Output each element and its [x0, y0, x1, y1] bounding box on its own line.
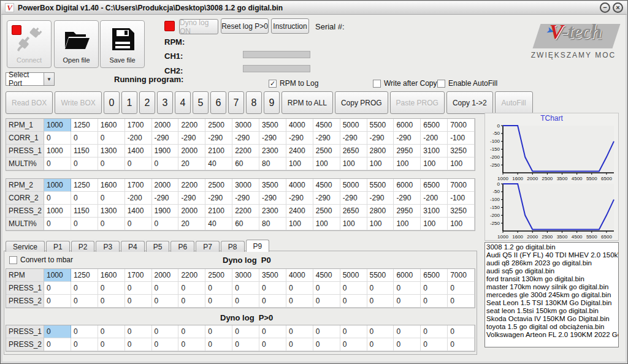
table-cell[interactable]: 0 — [44, 325, 71, 338]
file-list-item[interactable]: Volkswagen Arteon FL 2.0 190KM 2022 Go D… — [486, 331, 617, 339]
table-cell[interactable]: 0 — [152, 338, 179, 351]
table-cell[interactable]: 100 — [313, 218, 340, 230]
table-cell[interactable]: 0 — [125, 338, 152, 351]
table-cell[interactable]: 4000 — [286, 119, 313, 132]
file-list-item[interactable]: audi sq5 go digital.bin — [486, 267, 617, 275]
table-cell[interactable]: 4000 — [286, 269, 313, 282]
minimize-button[interactable]: − — [600, 2, 610, 13]
table-cell[interactable]: 0 — [125, 218, 152, 230]
table-cell[interactable]: 1300 — [98, 205, 125, 218]
table-cell[interactable]: 100 — [286, 218, 313, 230]
instruction-button[interactable]: Instruction — [271, 18, 309, 34]
table-cell[interactable]: 0 — [394, 295, 421, 308]
table-cell[interactable]: 0 — [448, 338, 475, 351]
table-cell[interactable]: 0 — [44, 338, 71, 351]
table-cell[interactable]: 0 — [313, 338, 340, 351]
digit-7-button[interactable]: 7 — [228, 91, 244, 114]
table-cell[interactable]: 0 — [178, 295, 205, 308]
table-cell[interactable]: 0 — [44, 218, 71, 230]
table-cell[interactable]: -290 — [394, 192, 421, 205]
table-cell[interactable]: 4500 — [313, 269, 340, 282]
table-cell[interactable]: 0 — [421, 325, 448, 338]
reset-log-button[interactable]: Reset log P>0 — [221, 18, 269, 34]
table-cell[interactable]: 0 — [125, 282, 152, 295]
table-cell[interactable]: -290 — [232, 192, 259, 205]
tab-p3[interactable]: P3 — [96, 241, 120, 252]
file-list-item[interactable]: Seat Leon 1.5 TSI 130KM Go Digital.bin — [486, 299, 617, 307]
table-cell[interactable]: 5500 — [367, 269, 394, 282]
digit-4-button[interactable]: 4 — [175, 91, 191, 114]
table-cell[interactable]: -200 — [421, 132, 448, 145]
table-cell[interactable]: 1250 — [71, 179, 98, 192]
table-cell[interactable]: 2650 — [340, 205, 367, 218]
table-cell[interactable]: 0 — [205, 295, 232, 308]
tab-p9[interactable]: P9 — [246, 240, 270, 252]
table-cell[interactable]: 0 — [98, 218, 125, 230]
table-cell[interactable]: 60 — [232, 157, 259, 170]
table-cell[interactable]: 2000 — [152, 119, 179, 132]
digit-8-button[interactable]: 8 — [246, 91, 262, 114]
table-cell[interactable]: 0 — [44, 282, 71, 295]
table-cell[interactable]: 1000 — [44, 145, 71, 157]
table-cell[interactable]: 0 — [71, 132, 98, 145]
table-cell[interactable]: 0 — [98, 192, 125, 205]
table-cell[interactable]: 0 — [98, 132, 125, 145]
digit-2-button[interactable]: 2 — [139, 91, 155, 114]
table-cell[interactable]: 0 — [98, 295, 125, 308]
table-cell[interactable]: 6000 — [394, 179, 421, 192]
table-cell[interactable]: 0 — [340, 325, 367, 338]
table-cell[interactable]: 100 — [448, 218, 475, 230]
file-list-item[interactable]: Audi Q5 II (FY FL) 40 TDI MHEV 2.0 150kW… — [486, 251, 617, 259]
table-cell[interactable]: -290 — [205, 132, 232, 145]
table-cell[interactable]: 2000 — [152, 179, 179, 192]
table-cell[interactable]: -290 — [178, 132, 205, 145]
table-cell[interactable]: 1250 — [71, 269, 98, 282]
table-cell[interactable]: 20 — [178, 218, 205, 230]
table-cell[interactable]: 0 — [340, 338, 367, 351]
table-cell[interactable]: 4000 — [286, 179, 313, 192]
table-cell[interactable]: 100 — [367, 218, 394, 230]
table-cell[interactable]: 0 — [71, 325, 98, 338]
table-cell[interactable]: 100 — [313, 157, 340, 170]
table-cell[interactable]: 0 — [367, 295, 394, 308]
table-cell[interactable]: 0 — [98, 157, 125, 170]
table-cell[interactable]: 0 — [448, 282, 475, 295]
table-cell[interactable]: -290 — [152, 192, 179, 205]
table-cell[interactable]: 0 — [44, 132, 71, 145]
dyno-log-on-button[interactable]: Dyno log ON — [179, 19, 218, 34]
table-cell[interactable]: 0 — [71, 295, 98, 308]
table-cell[interactable]: 0 — [152, 218, 179, 230]
table-cell[interactable]: 3000 — [232, 269, 259, 282]
table-cell[interactable]: 0 — [71, 192, 98, 205]
table-cell[interactable]: 3500 — [259, 179, 286, 192]
table-cell[interactable]: 1700 — [125, 119, 152, 132]
table-cell[interactable]: 4500 — [313, 119, 340, 132]
convert-to-mbar-checkbox[interactable]: Convert to mbar — [9, 256, 73, 264]
rpm-to-all-button[interactable]: RPM to ALL — [281, 91, 333, 114]
close-button[interactable]: × — [613, 2, 623, 13]
table-cell[interactable]: 100 — [394, 157, 421, 170]
table-cell[interactable]: 0 — [178, 338, 205, 351]
table-cell[interactable]: 2500 — [205, 119, 232, 132]
table-cell[interactable]: 2400 — [286, 145, 313, 157]
table-cell[interactable]: 5000 — [340, 269, 367, 282]
tab-p6[interactable]: P6 — [170, 241, 194, 252]
enable-autofill-checkbox[interactable]: Enable AutoFill — [437, 79, 497, 88]
table-cell[interactable]: -290 — [340, 132, 367, 145]
table-cell[interactable]: 1600 — [98, 119, 125, 132]
tab-p5[interactable]: P5 — [146, 241, 170, 252]
table-cell[interactable]: -290 — [259, 132, 286, 145]
table-cell[interactable]: 0 — [286, 295, 313, 308]
table-cell[interactable]: 0 — [205, 338, 232, 351]
table-cell[interactable]: 100 — [286, 157, 313, 170]
table-cell[interactable]: 0 — [286, 338, 313, 351]
table-cell[interactable]: 3100 — [421, 205, 448, 218]
table-cell[interactable]: 2000 — [152, 269, 179, 282]
table-cell[interactable]: 0 — [71, 282, 98, 295]
table-cell[interactable]: 0 — [259, 325, 286, 338]
table-cell[interactable]: 1000 — [44, 205, 71, 218]
table-cell[interactable]: 0 — [313, 282, 340, 295]
table-cell[interactable]: 100 — [421, 218, 448, 230]
table-cell[interactable]: 3100 — [421, 145, 448, 157]
table-cell[interactable]: -200 — [125, 132, 152, 145]
